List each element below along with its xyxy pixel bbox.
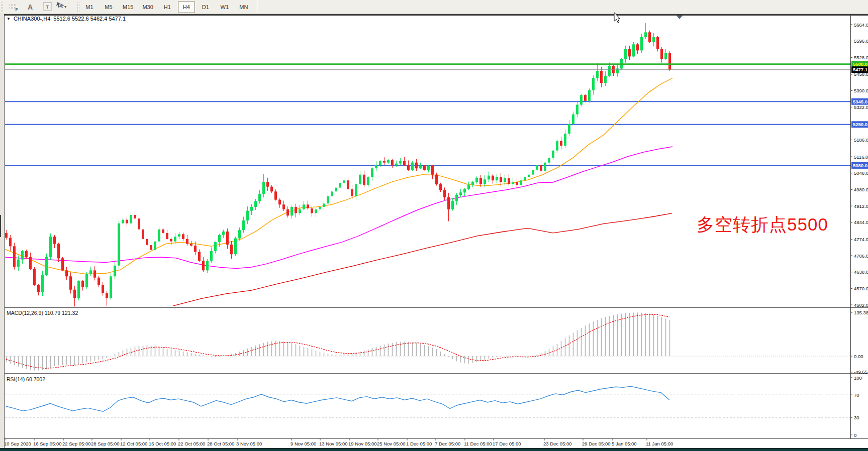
bottom-window-edge	[0, 448, 868, 451]
time-axis-label: 16 Sep 05:00	[33, 441, 62, 446]
price-axis-label: 5664.0	[854, 22, 868, 28]
ma-mid-magenta[interactable]	[5, 147, 672, 269]
price-axis-label: 4638.0	[854, 269, 868, 275]
macd-axis-label: -49.65	[854, 369, 867, 375]
time-axis-label: 17 Dec 05:00	[493, 441, 521, 446]
collapse-triangle-icon[interactable]: ▼	[7, 17, 11, 21]
time-axis: 10 Sep 202016 Sep 05:0022 Sep 05:0028 Se…	[4, 438, 673, 446]
price-axis-label: 4570.0	[854, 286, 868, 291]
price-badge-5345.0: 5345.0	[851, 98, 868, 105]
time-axis-label: 9 Nov 05:00	[291, 441, 316, 446]
time-axis-label: 28 Oct 05:00	[207, 441, 234, 446]
rsi-line	[6, 386, 669, 411]
price-badge-label: 5345.0	[853, 99, 867, 104]
price-axis-label: 4706.0	[854, 253, 868, 259]
time-axis-label: 28 Sep 05:00	[91, 441, 120, 446]
time-axis-label: 25 Nov 05:00	[377, 441, 406, 446]
rsi-axis-label: 100	[854, 375, 862, 381]
time-axis-label: 11 Jan 05:00	[646, 441, 673, 446]
macd-indicator-label: MACD(12,26,9) 110.79 121.32	[7, 310, 78, 316]
price-axis-label: 5528.0	[854, 55, 868, 60]
price-badge-label: 5500.0	[853, 61, 867, 67]
macd-axis-label: 135.38	[854, 310, 868, 315]
price-axis-label: 5186.0	[854, 137, 868, 143]
time-axis-label: 13 Nov 05:00	[319, 441, 348, 446]
macd-pane[interactable]	[5, 312, 850, 370]
price-axis-label: 4502.0	[854, 302, 868, 308]
ma-slow-red[interactable]	[173, 213, 672, 306]
time-axis-label: 5 Jan 05:00	[612, 441, 637, 446]
mt4-application-window: F A T ▾ M1M5M15M30H1H4D1W1MN ▼ CHINA300-…	[0, 0, 868, 451]
ma-fast-orange[interactable]	[5, 78, 672, 274]
price-axis-label: 4912.0	[854, 203, 868, 209]
time-axis-label: 11 Dec 05:00	[464, 441, 492, 446]
time-axis-label: 16 Oct 05:00	[149, 441, 176, 446]
price-badge-5477.1: 5477.1	[851, 66, 868, 73]
price-badge-label: 5080.0	[853, 163, 867, 168]
price-badge-5080.0: 5080.0	[851, 162, 868, 169]
time-axis-label: 3 Nov 05:00	[236, 441, 262, 446]
chart-annotation-text: 多空转折点5500	[697, 213, 828, 237]
price-badge-label: 5250.0	[853, 122, 867, 127]
chart-shift-marker-icon[interactable]	[677, 16, 683, 19]
symbol-period-label: CHINA300-,H4	[14, 16, 50, 22]
ohlc-values: 5512.6 5522.6 5462.4 5477.1	[53, 16, 126, 22]
price-axis-label: 4844.0	[854, 219, 868, 225]
rsi-indicator-label: RSI(14) 60.7002	[7, 376, 45, 382]
chart-title: ▼ CHINA300-,H4 5512.6 5522.6 5462.4 5477…	[7, 16, 126, 22]
rsi-axis-label: 30	[854, 415, 859, 420]
price-axis-label: 5116.0	[854, 154, 868, 160]
price-badge-5250.0: 5250.0	[851, 121, 868, 128]
candles-layer	[5, 23, 671, 306]
time-axis-label: 1 Dec 05:00	[406, 441, 432, 446]
time-axis-label: 22 Sep 05:00	[62, 441, 91, 446]
time-axis-label: 22 Oct 05:00	[178, 441, 205, 446]
time-axis-label: 12 Oct 05:00	[120, 441, 147, 446]
price-badge-label: 5477.1	[853, 67, 868, 72]
macd-signal-line	[6, 314, 669, 368]
price-axis-label: 5322.0	[854, 104, 868, 110]
price-axis-label: 4980.0	[854, 187, 868, 192]
time-axis-label: 23 Dec 05:00	[543, 441, 572, 446]
price-axis-label: 5390.0	[854, 88, 868, 93]
macd-axis-label: 0.00	[854, 354, 863, 359]
price-axis-label: 5048.0	[854, 170, 868, 176]
time-axis-label: 7 Dec 05:00	[435, 441, 460, 446]
rsi-pane[interactable]	[5, 386, 850, 418]
time-axis-label: 19 Nov 05:00	[348, 441, 377, 446]
main-price-pane[interactable]	[5, 23, 850, 306]
chart-window-top-border	[4, 14, 868, 16]
rsi-axis-label: 70	[854, 392, 859, 398]
price-axis: 5664.05596.05528.05458.05390.05322.05186…	[850, 22, 868, 438]
time-axis-label: 10 Sep 2020	[4, 441, 31, 446]
rsi-axis-label: 0	[854, 432, 856, 438]
time-axis-label: 29 Dec 05:00	[582, 441, 611, 446]
price-axis-label: 4774.0	[854, 237, 868, 242]
price-axis-label: 5596.0	[854, 38, 868, 44]
